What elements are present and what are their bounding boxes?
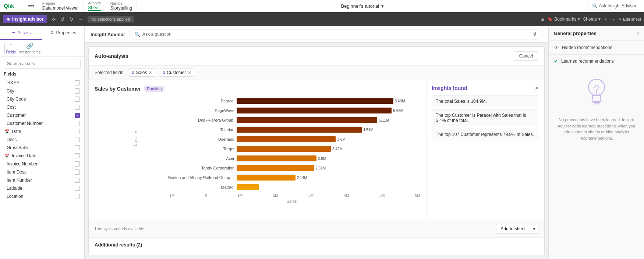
field-item[interactable]: Location [4, 192, 81, 200]
field-checkbox[interactable] [75, 97, 80, 102]
bar-fill [237, 127, 362, 133]
field-checkbox[interactable] [75, 178, 80, 183]
prepare-title: Data model viewer [42, 6, 79, 11]
bar-value-label: 4.54M [363, 128, 374, 132]
hidden-rec-label: Hidden recommendations [562, 45, 612, 50]
field-item[interactable]: Customer✓ [4, 111, 81, 119]
field-name-label: Invoice Date [12, 153, 36, 158]
field-checkbox[interactable] [75, 137, 80, 142]
field-item[interactable]: Item Number [4, 176, 81, 184]
field-item[interactable]: Latitude [4, 184, 81, 192]
fields-list: %KEYCityCity CodeCostCustomer✓Customer N… [4, 79, 81, 200]
field-checkbox[interactable] [75, 121, 80, 126]
field-item[interactable]: Item Desc [4, 168, 81, 176]
insight-advisor-brand[interactable]: ◈ Insight advisor [3, 15, 47, 23]
insight-item: The top Customer is Paracel with Sales t… [432, 109, 539, 126]
cancel-button[interactable]: Cancel [514, 51, 538, 61]
grid-view-button[interactable]: ⊞ [541, 17, 544, 22]
field-checkbox[interactable] [75, 169, 80, 175]
ask-insight-button[interactable]: 🔍 Ask Insight Advisor [588, 2, 640, 10]
sheets-chevron: ▾ [598, 17, 601, 22]
app-title-chevron[interactable]: ▾ [381, 3, 384, 9]
field-item[interactable]: 📅Invoice Date [4, 152, 81, 160]
field-checkbox[interactable] [75, 129, 80, 134]
field-checkbox[interactable] [75, 105, 80, 110]
hidden-rec-icon: 👁 [554, 45, 559, 50]
learned-recommendations-section[interactable]: ✔ Learned recommendations [549, 55, 644, 68]
chart-container: Customer Paracel5.69MPageWave5.63MDeak-P… [95, 96, 420, 199]
field-checkbox[interactable] [75, 194, 80, 199]
insights-list: The total Sales is 104.9M.The top Custom… [432, 95, 539, 140]
field-item[interactable]: GrossSales [4, 144, 81, 152]
add-to-sheet-dropdown[interactable]: ▾ [530, 225, 538, 233]
bar-fill [237, 98, 393, 104]
field-checkbox[interactable]: ✓ [75, 113, 80, 118]
field-item[interactable]: Invoice Number [4, 160, 81, 168]
bar-label: PageWave [168, 108, 234, 113]
prepare-section[interactable]: Prepare Data model viewer [38, 1, 84, 11]
field-item[interactable]: Customer Number [4, 119, 81, 127]
add-to-sheet-button[interactable]: Add to sheet [496, 224, 530, 233]
help-icon[interactable]: ? [636, 31, 639, 36]
insights-close-button[interactable]: ✕ [535, 85, 539, 91]
x-axis-tick: 6M [415, 193, 420, 197]
field-name-label: Item Number [7, 178, 32, 183]
bar-row: Deak-Perera Group.5.11M [168, 116, 402, 124]
toolbar-icon-select[interactable]: ⊹ [50, 15, 57, 24]
question-input[interactable] [142, 32, 530, 37]
tab-properties[interactable]: ⚙ Properties [42, 26, 85, 40]
field-item[interactable]: Cost [4, 103, 81, 111]
toolbar-icon-undo[interactable]: ↺ [59, 15, 66, 24]
field-checkbox[interactable] [75, 186, 80, 191]
nav-master-items[interactable]: 🔗 Master items [20, 42, 40, 54]
tab-assets[interactable]: ☰ Assets [0, 26, 42, 40]
more-options-icon[interactable]: ••• [28, 3, 34, 9]
field-item[interactable]: City [4, 87, 81, 95]
sales-field-close[interactable]: ✕ [149, 70, 152, 75]
analyze-title: Sheet [88, 5, 101, 11]
bar-row: Tandy Corporation2.81M [168, 164, 402, 172]
bar-row: Userland3.6M [168, 136, 402, 143]
field-item[interactable]: %KEY [4, 79, 81, 87]
narrate-section[interactable]: Narrate Storytelling [106, 1, 137, 11]
bar-value-label: 2.9M [318, 157, 326, 161]
bar-row: Boston and Albany Railroad Company2.14M [168, 174, 402, 181]
field-checkbox[interactable] [75, 161, 80, 167]
customer-field-close[interactable]: ✕ [188, 70, 191, 75]
field-checkbox[interactable] [75, 80, 80, 85]
toolbar-icons: ⊹ ↺ ↻ → [50, 15, 85, 24]
field-item[interactable]: City Code [4, 95, 81, 103]
bookmarks-button[interactable]: 🔖 Bookmarks ▾ [547, 17, 580, 22]
field-item[interactable]: Desc [4, 136, 81, 144]
lightbulb-icon [582, 76, 611, 112]
field-tag-sales: ≡ Sales ✕ [128, 69, 155, 77]
nav-prev-button[interactable]: ‹ [604, 15, 608, 24]
field-checkbox[interactable] [75, 153, 80, 158]
analyze-subtitle: Analyze [88, 1, 101, 5]
toolbar-icon-redo[interactable]: ↻ [68, 15, 75, 24]
mic-icon[interactable]: 🎙 [532, 31, 538, 37]
analyze-section[interactable]: Analyze Sheet [84, 0, 106, 12]
nav-fields[interactable]: ≡ Fields [4, 43, 16, 54]
search-assets-input[interactable] [4, 59, 81, 69]
field-checkbox[interactable] [75, 88, 80, 94]
field-name-label: City [7, 88, 14, 94]
bar-fill [237, 165, 314, 171]
hidden-recommendations-section[interactable]: 👁 Hidden recommendations [549, 41, 644, 55]
learned-rec-icon: ✔ [554, 58, 558, 64]
lightbulb-area: No precedents have been learned. Insight… [549, 68, 644, 148]
toolbar-icon-forward[interactable]: → [77, 15, 85, 24]
field-checkbox[interactable] [75, 145, 80, 150]
auto-analysis-panel: Auto-analysis Cancel Selected fields: ≡ … [88, 46, 545, 255]
edit-sheet-button[interactable]: ✏ Edit sheet [619, 17, 641, 22]
question-input-bar[interactable]: 🔍 🎙 [130, 29, 542, 39]
nav-next-button[interactable]: › [611, 15, 616, 24]
x-axis-label: Sales [95, 197, 420, 203]
field-item[interactable]: 📅Date [4, 127, 81, 136]
bar-value-label: 3.42M [332, 147, 343, 151]
x-axis-tick: 4M [344, 193, 349, 197]
sheets-button[interactable]: Sheets ▾ [583, 17, 600, 22]
chart-title-row: Sales by Customer Ranking [95, 86, 420, 92]
svg-text:Qlik: Qlik [4, 3, 14, 9]
bar-fill [237, 108, 392, 113]
